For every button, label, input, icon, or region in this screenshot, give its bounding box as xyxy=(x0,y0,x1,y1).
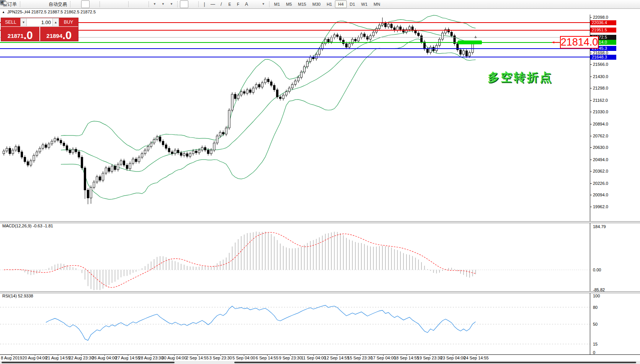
bb-middle xyxy=(61,30,475,171)
macd-panel-splitter[interactable] xyxy=(0,221,640,223)
rsi-panel-splitter[interactable] xyxy=(0,291,640,293)
bottom-scrollbar xyxy=(0,361,640,364)
price-callout-box[interactable]: 21814.0 xyxy=(560,36,599,49)
toolbar-separator xyxy=(128,1,129,7)
time-axis-label: 9 Sep 23:30 xyxy=(279,356,302,360)
price-axis-tick xyxy=(590,88,592,88)
auto-scroll-button[interactable] xyxy=(130,0,139,8)
timeframe-m30[interactable]: M30 xyxy=(309,0,323,8)
macd-plot xyxy=(0,232,590,290)
symbol-quote-text: JPN225-,H4 21872.5 21887.5 21862.5 21872… xyxy=(7,10,96,14)
level-lines xyxy=(0,23,590,57)
time-axis-label: 15 Sep 23:30 xyxy=(348,356,372,360)
buy-price-main: 21894 xyxy=(46,33,62,39)
volume-input[interactable] xyxy=(27,18,52,26)
time-axis-label: 26 Aug 04:00 xyxy=(92,356,117,360)
new-order-button[interactable]: 新订单 xyxy=(2,0,18,8)
horizontal-line-tool[interactable]: — xyxy=(209,0,217,8)
zoom-out-button[interactable] xyxy=(110,0,118,8)
zoom-in-button[interactable] xyxy=(101,0,110,8)
timeframe-w1[interactable]: W1 xyxy=(358,0,371,8)
timeframe-m15[interactable]: M15 xyxy=(295,0,309,8)
time-axis-line xyxy=(0,354,640,355)
sell-price-frac: .0 xyxy=(24,31,33,40)
price-axis-tick-label: 20226.0 xyxy=(593,181,608,186)
macd-indicator-label: MACD(12,26,9) -0.63 -1.81 xyxy=(2,224,53,228)
equidistant-channel-tool[interactable]: E xyxy=(225,0,234,8)
buy-price-button[interactable]: 21894 .0 xyxy=(40,27,78,41)
terminal-button[interactable] xyxy=(30,0,39,8)
time-axis-label: 27 Aug 14:55 xyxy=(115,356,140,360)
toolbar-grip[interactable] xyxy=(177,1,178,7)
rsi-line xyxy=(46,305,476,341)
highlight-bar[interactable] xyxy=(458,41,482,44)
bar-chart-mode-button[interactable] xyxy=(73,0,81,8)
toolbar-grip[interactable] xyxy=(70,1,71,7)
timeframe-m1[interactable]: M1 xyxy=(271,0,283,8)
timeframe-d1[interactable]: D1 xyxy=(347,0,358,8)
fibonacci-letter: F xyxy=(237,2,239,7)
price-axis-tick-label: 20630.0 xyxy=(593,145,608,150)
market-watch-button[interactable] xyxy=(22,0,30,8)
scrollbar-segment[interactable] xyxy=(234,362,636,363)
callout-leader-arrow xyxy=(552,41,554,44)
price-axis-tick xyxy=(590,53,592,53)
rsi-axis-label: 0 xyxy=(593,350,595,355)
new-chart-dropdown[interactable]: ▼ xyxy=(150,0,159,8)
auto-trading-button[interactable]: 自动交易 xyxy=(47,0,69,8)
time-axis-label: 28 Aug 23:30 xyxy=(139,356,163,360)
volume-decrease-button[interactable]: ▼ xyxy=(20,18,27,26)
chart-canvas[interactable] xyxy=(0,0,640,364)
price-axis-tick xyxy=(590,136,592,136)
arrows-dropdown[interactable]: ▼ xyxy=(259,0,268,8)
buy-button[interactable]: BUY xyxy=(59,18,78,26)
turning-point-annotation[interactable]: 多空转折点 xyxy=(488,70,553,85)
toolbar-separator xyxy=(149,1,149,7)
sell-button[interactable]: SELL xyxy=(1,18,20,26)
trendline-tool[interactable]: / xyxy=(217,0,225,8)
timeframe-h4[interactable]: H4 xyxy=(335,0,346,8)
buy-price-frac: .0 xyxy=(62,31,72,40)
price-axis-tick xyxy=(590,64,592,65)
signals-button[interactable] xyxy=(39,0,47,8)
volume-increase-button[interactable]: ▲ xyxy=(52,18,59,26)
candle-chart-mode-button[interactable] xyxy=(81,0,90,8)
time-axis-label: 2 Sep 14:55 xyxy=(186,356,209,360)
text-tool[interactable]: A xyxy=(242,0,251,8)
trendline-icon: / xyxy=(220,2,222,7)
tile-windows-button[interactable] xyxy=(118,0,127,8)
line-chart-mode-button[interactable] xyxy=(90,0,98,8)
timeframe-mn[interactable]: MN xyxy=(371,0,383,8)
toolbar-separator xyxy=(20,1,20,7)
vertical-line-icon: | xyxy=(204,2,205,7)
price-badge-21648.3: 21648.3 xyxy=(590,55,616,60)
macd-axis-label: 0.00 xyxy=(593,268,601,272)
scrollbar-segment[interactable] xyxy=(2,362,175,363)
rsi-indicator-label: RSI(14) 52.9338 xyxy=(2,294,33,298)
cursor-tool-button[interactable] xyxy=(180,0,188,8)
price-axis-tick xyxy=(590,17,592,18)
price-axis-tick-label: 21030.0 xyxy=(593,109,608,114)
timeframe-toolbar: M1M5M15M30H1H4D1W1MN xyxy=(271,0,383,8)
fibonacci-tool[interactable]: F xyxy=(234,0,242,8)
price-axis-tick xyxy=(590,77,592,77)
crosshair-tool-button[interactable] xyxy=(188,0,197,8)
dropdown-caret-icon: ▼ xyxy=(170,3,173,6)
price-axis-tick xyxy=(590,183,592,184)
timeframe-h1[interactable]: H1 xyxy=(323,0,335,8)
time-axis-label: 8 Aug 2019 xyxy=(1,356,22,360)
chart-shift-button[interactable] xyxy=(139,0,147,8)
panel-collapse-arrow-icon[interactable]: ▲ xyxy=(2,10,5,14)
macd-signal-line xyxy=(4,232,475,287)
sell-price-button[interactable]: 21871 .0 xyxy=(1,27,39,41)
vertical-line-tool[interactable]: | xyxy=(200,0,209,8)
price-axis-tick-label: 21298.0 xyxy=(593,86,608,90)
text-label-tool[interactable]: T xyxy=(251,0,259,8)
price-axis-tick xyxy=(590,160,592,160)
sell-price-main: 21871 xyxy=(8,33,24,39)
periods-dropdown[interactable]: ▼ xyxy=(159,0,167,8)
template-dropdown[interactable]: ▼ xyxy=(167,0,176,8)
price-axis-tick-label: 19962.0 xyxy=(593,204,608,209)
timeframe-m5[interactable]: M5 xyxy=(283,0,295,8)
time-axis-label: 19 Sep 23:30 xyxy=(417,356,442,360)
